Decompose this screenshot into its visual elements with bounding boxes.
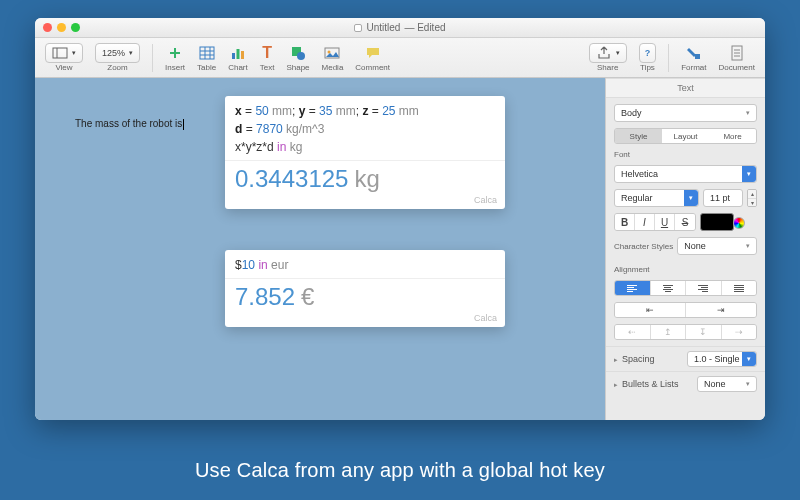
char-styles-select[interactable]: None▾ xyxy=(677,237,757,255)
bullets-disclosure[interactable]: ▸Bullets & Lists None▾ xyxy=(606,371,765,396)
document-inspector-button[interactable]: Document xyxy=(715,43,759,72)
seg-layout[interactable]: Layout xyxy=(662,129,709,143)
text-color-swatch[interactable] xyxy=(700,213,734,231)
share-button[interactable]: ▾ Share xyxy=(585,43,631,72)
indent-button[interactable]: ⇥ xyxy=(686,303,756,317)
italic-button[interactable]: I xyxy=(635,214,655,230)
list-level-down-button[interactable]: ↧ xyxy=(686,325,722,339)
calca-popover-2: $10 in eur 7.852€ Calca xyxy=(225,250,505,327)
media-button[interactable]: Media xyxy=(318,43,348,72)
text-cursor xyxy=(183,119,184,130)
align-left-button[interactable] xyxy=(615,281,651,295)
chevron-down-icon: ▾ xyxy=(684,190,698,206)
list-level-up-button[interactable]: ↥ xyxy=(651,325,687,339)
svg-rect-11 xyxy=(241,51,244,59)
marketing-caption: Use Calca from any app with a global hot… xyxy=(0,459,800,482)
view-button[interactable]: ▾ View xyxy=(41,43,87,72)
document-canvas[interactable]: The mass of the robot is x = 50 mm; y = … xyxy=(35,78,605,420)
seg-style[interactable]: Style xyxy=(615,129,662,143)
autosave-checkbox-icon[interactable] xyxy=(354,24,362,32)
titlebar: Untitled — Edited xyxy=(35,18,765,38)
bold-button[interactable]: B xyxy=(615,214,635,230)
toolbar-divider xyxy=(668,44,669,72)
insert-button[interactable]: Insert xyxy=(161,43,189,72)
calca-input[interactable]: $10 in eur xyxy=(225,250,505,279)
calca-brand-label: Calca xyxy=(225,313,505,327)
document-body-text[interactable]: The mass of the robot is xyxy=(75,118,184,130)
align-justify-button[interactable] xyxy=(722,281,757,295)
spacing-select[interactable]: 1.0 - Single▾ xyxy=(687,351,757,367)
svg-rect-10 xyxy=(236,49,239,59)
svg-rect-3 xyxy=(174,48,176,58)
text-button[interactable]: T Text xyxy=(256,43,279,72)
alignment-group xyxy=(614,280,757,296)
chevron-right-icon: ▸ xyxy=(614,356,618,363)
app-window: Untitled — Edited ▾ View 125%▾ Zoom Inse… xyxy=(35,18,765,420)
chevron-right-icon: ▸ xyxy=(614,381,618,388)
zoom-control[interactable]: 125%▾ Zoom xyxy=(91,43,144,72)
chevron-down-icon: ▾ xyxy=(748,199,756,207)
paragraph-style-select[interactable]: Body ▾ xyxy=(614,104,757,122)
svg-rect-4 xyxy=(200,47,214,59)
window-title: Untitled — Edited xyxy=(35,22,765,33)
align-right-button[interactable] xyxy=(686,281,722,295)
indent-group: ⇤ ⇥ xyxy=(614,302,757,318)
shape-button[interactable]: Shape xyxy=(282,43,313,72)
toolbar-divider xyxy=(152,44,153,72)
toolbar: ▾ View 125%▾ Zoom Insert Table Chart T T… xyxy=(35,38,765,78)
list-indent-button[interactable]: ⇢ xyxy=(722,325,757,339)
chart-button[interactable]: Chart xyxy=(224,43,252,72)
inspector-sidebar: Text Body ▾ Style Layout More Font Helve… xyxy=(605,78,765,420)
chevron-down-icon: ▾ xyxy=(742,166,756,182)
document-title: Untitled xyxy=(366,22,400,33)
align-center-button[interactable] xyxy=(651,281,687,295)
tips-button[interactable]: ? Tips xyxy=(635,43,661,72)
font-label: Font xyxy=(614,150,757,159)
table-button[interactable]: Table xyxy=(193,43,220,72)
font-size-field[interactable]: 11 pt xyxy=(703,189,743,207)
list-indent-group: ⇠ ↥ ↧ ⇢ xyxy=(614,324,757,340)
text-style-group: B I U S xyxy=(614,213,696,231)
svg-point-13 xyxy=(297,52,305,60)
bullets-select[interactable]: None▾ xyxy=(697,376,757,392)
spacing-disclosure[interactable]: ▸Spacing 1.0 - Single▾ xyxy=(606,346,765,371)
calca-brand-label: Calca xyxy=(225,195,505,209)
seg-more[interactable]: More xyxy=(709,129,756,143)
chevron-down-icon: ▾ xyxy=(742,352,756,366)
underline-button[interactable]: U xyxy=(655,214,675,230)
calca-input[interactable]: x = 50 mm; y = 35 mm; z = 25 mm d = 7870… xyxy=(225,96,505,161)
calca-result: 7.852€ xyxy=(225,279,505,313)
strike-button[interactable]: S xyxy=(675,214,695,230)
calca-result: 0.3443125kg xyxy=(225,161,505,195)
document-edited-flag: — Edited xyxy=(404,22,445,33)
svg-rect-0 xyxy=(53,48,67,58)
char-styles-label: Character Styles xyxy=(614,242,673,251)
font-size-stepper[interactable]: ▴▾ xyxy=(747,189,757,207)
svg-rect-9 xyxy=(232,53,235,59)
list-outdent-button[interactable]: ⇠ xyxy=(615,325,651,339)
format-inspector-button[interactable]: Format xyxy=(677,43,710,72)
comment-button[interactable]: Comment xyxy=(351,43,394,72)
alignment-label: Alignment xyxy=(614,265,757,274)
chevron-up-icon: ▴ xyxy=(748,190,756,199)
inspector-mode-segment[interactable]: Style Layout More xyxy=(614,128,757,144)
inspector-header: Text xyxy=(606,78,765,98)
font-weight-select[interactable]: Regular▾ xyxy=(614,189,699,207)
svg-rect-16 xyxy=(695,54,700,59)
font-family-select[interactable]: Helvetica▾ xyxy=(614,165,757,183)
outdent-button[interactable]: ⇤ xyxy=(615,303,686,317)
calca-popover-1: x = 50 mm; y = 35 mm; z = 25 mm d = 7870… xyxy=(225,96,505,209)
